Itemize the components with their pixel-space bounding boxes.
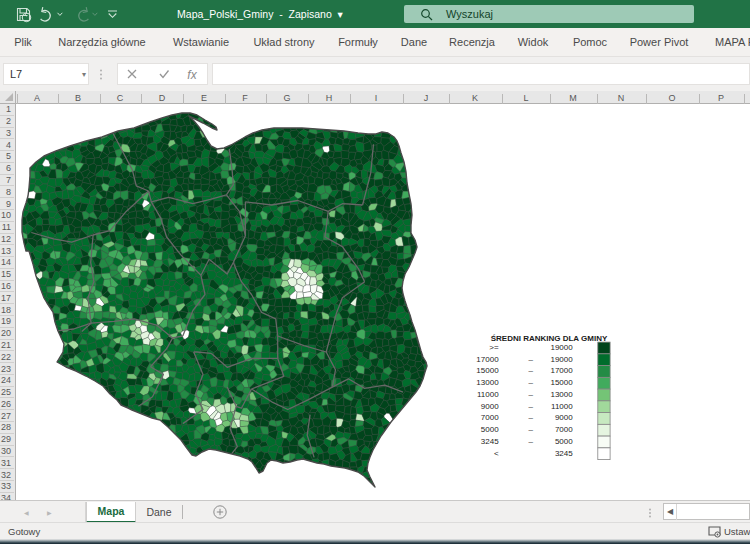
svg-text:fx: fx [187, 68, 197, 81]
